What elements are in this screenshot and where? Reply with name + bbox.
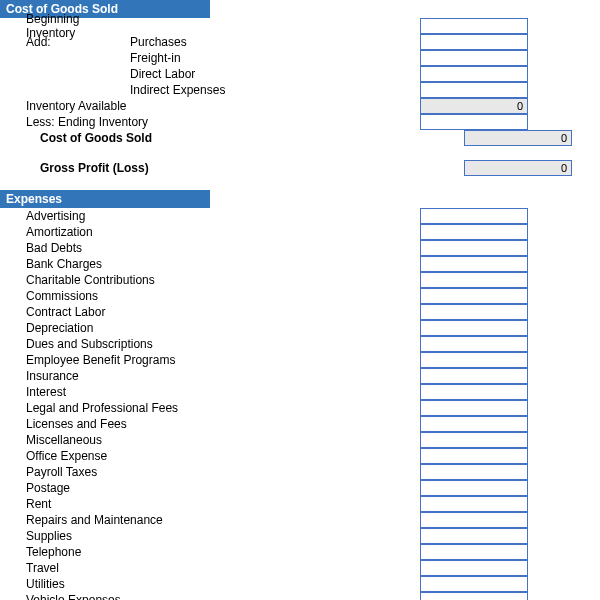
add-label: Add: [20,35,130,49]
expense-row: Advertising [0,208,600,224]
ending-inventory-input[interactable] [420,114,528,130]
expense-item-label: Licenses and Fees [0,417,330,431]
expense-item-input[interactable] [420,496,528,512]
expense-row: Repairs and Maintenance [0,512,600,528]
expense-row: Amortization [0,224,600,240]
expense-row: Miscellaneous [0,432,600,448]
expense-item-input[interactable] [420,480,528,496]
direct-labor-input[interactable] [420,66,528,82]
purchases-label: Purchases [130,35,330,49]
expense-item-label: Charitable Contributions [0,273,330,287]
indirect-expenses-label: Indirect Expenses [130,83,330,97]
expense-row: Bad Debts [0,240,600,256]
cogs-section: Cost of Goods Sold Beginning Inventory A… [0,0,600,176]
expense-item-label: Repairs and Maintenance [0,513,330,527]
expense-row: Depreciation [0,320,600,336]
expense-item-label: Bad Debts [0,241,330,255]
expense-item-input[interactable] [420,304,528,320]
expense-item-input[interactable] [420,560,528,576]
expense-item-label: Office Expense [0,449,330,463]
expense-row: Vehicle Expenses [0,592,600,600]
expense-item-label: Interest [0,385,330,399]
expense-item-label: Payroll Taxes [0,465,330,479]
expense-item-label: Supplies [0,529,330,543]
expense-item-input[interactable] [420,336,528,352]
expense-item-input[interactable] [420,272,528,288]
cost-of-goods-sold-label: Cost of Goods Sold [0,131,330,145]
purchases-input[interactable] [420,34,528,50]
expense-row: Payroll Taxes [0,464,600,480]
direct-labor-label: Direct Labor [130,67,330,81]
gross-profit-label: Gross Profit (Loss) [0,161,330,175]
expense-item-input[interactable] [420,544,528,560]
expense-row: Rent [0,496,600,512]
expense-item-input[interactable] [420,208,528,224]
expense-row: Interest [0,384,600,400]
expense-item-input[interactable] [420,224,528,240]
expense-item-label: Bank Charges [0,257,330,271]
expense-item-label: Telephone [0,545,330,559]
expense-item-label: Depreciation [0,321,330,335]
beginning-inventory-input[interactable] [420,18,528,34]
expense-row: Contract Labor [0,304,600,320]
expense-item-label: Insurance [0,369,330,383]
expense-row: Employee Benefit Programs [0,352,600,368]
expense-item-input[interactable] [420,240,528,256]
expense-item-label: Contract Labor [0,305,330,319]
expense-row: Insurance [0,368,600,384]
expense-item-label: Travel [0,561,330,575]
gross-profit-value: 0 [464,160,572,176]
expense-item-input[interactable] [420,576,528,592]
expense-item-input[interactable] [420,416,528,432]
expense-row: Supplies [0,528,600,544]
expense-item-label: Dues and Subscriptions [0,337,330,351]
expense-item-label: Advertising [0,209,330,223]
freight-in-label: Freight-in [130,51,330,65]
expense-item-input[interactable] [420,432,528,448]
expense-row: Office Expense [0,448,600,464]
expenses-header: Expenses [0,190,210,208]
expense-item-input[interactable] [420,400,528,416]
expense-item-input[interactable] [420,528,528,544]
expense-row: Commissions [0,288,600,304]
expense-item-label: Employee Benefit Programs [0,353,330,367]
cost-of-goods-sold-value: 0 [464,130,572,146]
expense-item-input[interactable] [420,448,528,464]
expense-row: Bank Charges [0,256,600,272]
expense-item-label: Amortization [0,225,330,239]
expense-item-label: Postage [0,481,330,495]
expense-item-input[interactable] [420,320,528,336]
expense-row: Travel [0,560,600,576]
expense-item-input[interactable] [420,464,528,480]
expense-item-label: Legal and Professional Fees [0,401,330,415]
expense-row: Charitable Contributions [0,272,600,288]
less-ending-inventory-label: Less: Ending Inventory [20,115,330,129]
expense-item-input[interactable] [420,512,528,528]
expense-row: Dues and Subscriptions [0,336,600,352]
expense-item-input[interactable] [420,368,528,384]
inventory-available-value: 0 [420,98,528,114]
indirect-expenses-input[interactable] [420,82,528,98]
expense-item-label: Commissions [0,289,330,303]
expense-item-label: Utilities [0,577,330,591]
expense-row: Legal and Professional Fees [0,400,600,416]
expense-row: Telephone [0,544,600,560]
freight-in-input[interactable] [420,50,528,66]
expenses-section: Expenses AdvertisingAmortizationBad Debt… [0,190,600,600]
expense-item-input[interactable] [420,288,528,304]
expense-item-input[interactable] [420,352,528,368]
expense-item-label: Miscellaneous [0,433,330,447]
expense-row: Postage [0,480,600,496]
expense-row: Licenses and Fees [0,416,600,432]
expense-row: Utilities [0,576,600,592]
expense-item-input[interactable] [420,256,528,272]
inventory-available-label: Inventory Available [20,99,330,113]
expense-item-input[interactable] [420,592,528,600]
expense-item-input[interactable] [420,384,528,400]
expense-item-label: Rent [0,497,330,511]
expense-item-label: Vehicle Expenses [0,593,330,600]
